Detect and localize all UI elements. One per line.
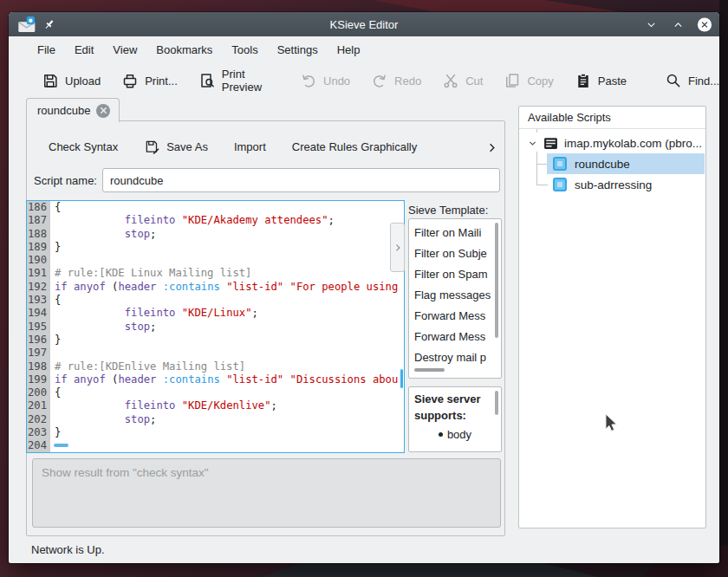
template-item[interactable]: Filter on Spam [409, 264, 501, 285]
template-item[interactable]: Forward Mess [409, 306, 501, 327]
paste-button[interactable]: Paste [564, 68, 637, 94]
line-number: 190 [27, 254, 50, 267]
line-number: 194 [27, 307, 50, 320]
template-item[interactable]: Forward Mess [409, 327, 501, 347]
tab-label: roundcube [37, 104, 90, 117]
menu-bookmarks[interactable]: Bookmarks [146, 40, 222, 60]
server-supports-box[interactable]: Sieve server supports: bodycomp [408, 386, 502, 452]
code-editor[interactable]: 186{187 fileinto "KDE/Akademy attendees"… [26, 200, 405, 453]
script-actions-toolbar: Check Syntax Save As Import Create Rules… [39, 133, 478, 159]
line-number: 195 [27, 321, 50, 334]
print-icon [121, 72, 139, 89]
check-syntax-result-box[interactable] [32, 458, 501, 528]
paste-icon [575, 72, 592, 89]
panel-expander-button[interactable] [390, 223, 405, 272]
code-line: 202 stop; [27, 413, 404, 426]
code-line: 187 fileinto "KDE/Akademy attendees"; [27, 214, 404, 227]
titlebar[interactable]: KSieve Editor [9, 12, 719, 36]
line-number: 188 [27, 228, 50, 241]
supports-box-scrollbar[interactable] [495, 391, 498, 415]
code-line: 201 fileinto "KDE/Kdenlive"; [27, 399, 404, 412]
code-line: 193{ [27, 294, 404, 307]
line-number: 201 [27, 399, 50, 412]
template-item[interactable]: Filter on Maili [409, 223, 501, 243]
checkbox-checked-icon[interactable] [553, 178, 567, 191]
import-button[interactable]: Import [224, 136, 276, 158]
server-icon [543, 136, 558, 151]
upload-button[interactable]: Upload [31, 68, 111, 94]
save-as-button[interactable]: Save As [134, 134, 218, 159]
check-syntax-label: Check Syntax [49, 140, 118, 153]
find-button[interactable]: Find... [654, 68, 728, 94]
code-line: 189} [27, 241, 404, 254]
template-item[interactable]: Filter on Subje [409, 243, 501, 264]
menu-view[interactable]: View [103, 40, 146, 60]
create-rules-button[interactable]: Create Rules Graphically [283, 136, 427, 158]
cut-icon [442, 72, 459, 89]
save-as-icon [144, 139, 160, 155]
menu-file[interactable]: File [28, 40, 65, 60]
capability-item: comp [414, 445, 496, 452]
editor-vertical-scrollbar[interactable] [400, 369, 403, 388]
code-line: 192if anyof (header :contains "list-id" … [27, 281, 404, 294]
menu-settings[interactable]: Settings [268, 40, 328, 60]
tree-item-roundcube[interactable]: roundcube [547, 153, 705, 174]
code-line: 188 stop; [27, 228, 404, 241]
tab-roundcube[interactable]: roundcube [26, 98, 120, 122]
main-toolbar: UploadPrint...Print PreviewUndoRedoCutCo… [9, 63, 719, 98]
script-name-label: Script name: [34, 174, 102, 187]
tree-item-sub-adrressing[interactable]: sub-adrressing [547, 174, 705, 195]
print-preview-icon [198, 72, 216, 89]
minimize-button[interactable] [643, 16, 659, 32]
code-area: 186{187 fileinto "KDE/Akademy attendees"… [27, 201, 404, 453]
code-line: 204 [27, 439, 404, 452]
sieve-template-label: Sieve Template: [408, 204, 488, 217]
line-number: 191 [27, 267, 50, 280]
code-line: 199if anyof (header :contains "list-id" … [27, 373, 404, 386]
template-item[interactable]: Flag messages [409, 285, 501, 306]
print-preview-button[interactable]: Print Preview [188, 63, 272, 98]
available-scripts-title: Available Scripts [519, 107, 705, 128]
toolbar-button-label: Cut [465, 75, 483, 88]
code-line: 196} [27, 334, 404, 347]
redo-icon [371, 72, 388, 89]
import-label: Import [234, 140, 266, 153]
undo-button: Undo [289, 68, 361, 94]
tree-item-server[interactable]: imap.mykolab.com (pbro... [520, 133, 705, 153]
line-number: 200 [27, 386, 50, 399]
template-list-hscrollbar[interactable] [414, 368, 445, 372]
code-line: 190 [27, 254, 404, 267]
line-number: 197 [27, 347, 50, 360]
chevron-down-icon[interactable] [528, 139, 537, 148]
template-item[interactable]: Destroy mail p [409, 347, 501, 368]
maximize-button[interactable] [670, 16, 686, 32]
tab-close-icon[interactable] [96, 104, 110, 118]
code-line: 191# rule:[KDE Linux Mailing list] [27, 267, 404, 280]
redo-button: Redo [361, 68, 432, 94]
close-button[interactable] [697, 16, 712, 32]
code-line: 197 [27, 347, 404, 360]
line-number: 196 [27, 334, 50, 347]
template-list-scrollbar[interactable] [495, 223, 498, 338]
toolbar-button-label: Undo [323, 75, 350, 88]
upload-icon [42, 72, 59, 89]
menu-edit[interactable]: Edit [65, 40, 103, 60]
pin-icon[interactable] [42, 18, 55, 31]
menu-help[interactable]: Help [328, 40, 370, 60]
line-number: 192 [27, 281, 50, 294]
available-scripts-panel: Available Scripts imap.mykolab.com (pbro… [518, 106, 706, 528]
menu-tools[interactable]: Tools [222, 40, 267, 60]
editor-horizontal-scrollbar[interactable] [54, 444, 68, 447]
toolbar-button-label: Print Preview [222, 68, 262, 94]
supports-list: bodycomp [414, 425, 496, 452]
print-button[interactable]: Print... [111, 68, 188, 94]
toolbar-overflow-button[interactable] [482, 137, 501, 158]
checkbox-checked-icon[interactable] [553, 157, 567, 171]
line-number: 199 [27, 373, 50, 386]
code-line: 186{ [27, 201, 404, 214]
code-line: 200{ [27, 386, 404, 399]
save-as-label: Save As [166, 140, 208, 153]
script-name-input[interactable] [102, 168, 500, 192]
check-syntax-button[interactable]: Check Syntax [39, 136, 127, 158]
script-editor-pane: Check Syntax Save As Import Create Rules… [26, 120, 505, 536]
